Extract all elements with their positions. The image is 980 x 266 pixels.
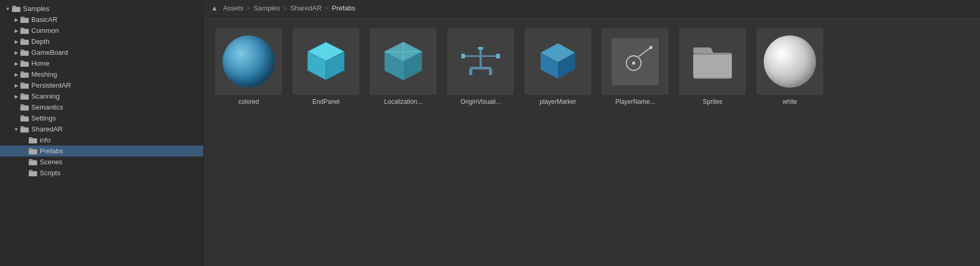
breadcrumb-samples[interactable]: Samples [253,4,280,12]
folder-icon [20,104,29,111]
svg-rect-11 [20,62,29,67]
asset-sprites-thumb [679,28,746,95]
asset-playername[interactable]: PlayerName... [599,25,672,108]
sidebar-item-common[interactable]: ▶ Common [0,25,203,36]
svg-rect-42 [464,55,480,57]
breadcrumb-arrow-up[interactable]: ▲ [211,4,218,12]
folder-icon [11,5,21,13]
breadcrumb-current: Prefabs [332,4,355,12]
svg-rect-9 [20,51,29,56]
sidebar-item-label: PersistentAR [31,81,71,89]
svg-rect-23 [20,128,29,132]
sidebar-item-home[interactable]: ▶ Home [0,58,203,69]
svg-rect-21 [20,117,29,122]
sidebar-item-prefabs[interactable]: Prefabs [0,146,203,156]
asset-white-thumb [756,28,823,95]
sidebar-item-scanning[interactable]: ▶ Scanning [0,91,203,102]
asset-playermarker[interactable]: playerMarker [521,25,594,108]
sidebar: ▼ Samples▶ BasicAR▶ Common▶ Depth▶ GameB… [0,0,204,266]
sidebar-item-basicar[interactable]: ▶ BasicAR [0,14,203,25]
svg-rect-15 [20,84,29,89]
sidebar-item-label: Scanning [31,92,60,100]
asset-endpanel-thumb [293,28,359,95]
sidebar-item-label: Prefabs [40,147,63,155]
sidebar-item-label: Settings [31,114,56,122]
svg-rect-43 [482,55,497,57]
asset-playername-label: PlayerName... [615,98,655,105]
asset-endpanel-label: EndPanel [312,98,340,105]
tree-arrow [21,170,28,177]
sidebar-item-semantics[interactable]: Semantics [0,102,203,113]
folder-icon [20,115,29,122]
folder-icon [28,148,38,155]
folder-icon [20,60,29,67]
svg-rect-45 [461,54,465,58]
svg-rect-17 [20,95,29,100]
cube-blue-icon [534,38,581,85]
sidebar-item-label: Scenes [40,158,62,166]
svg-rect-1 [12,7,20,12]
tree-arrow [21,148,28,155]
asset-origin-thumb [447,28,514,95]
svg-rect-47 [469,69,472,75]
sidebar-item-samples[interactable]: ▼ Samples [0,3,203,14]
asset-white[interactable]: white [753,25,826,108]
asset-localization-thumb [370,28,437,95]
folder-icon [20,38,29,45]
sidebar-item-persistentar[interactable]: ▶ PersistentAR [0,80,203,91]
svg-rect-25 [29,139,37,143]
svg-rect-5 [20,29,29,34]
sidebar-item-info[interactable]: info [0,135,203,146]
folder-icon [28,137,38,144]
sidebar-item-meshing[interactable]: ▶ Meshing [0,69,203,80]
tree-arrow: ▶ [13,93,20,100]
folder-large-icon [689,38,736,85]
sidebar-item-label: Meshing [31,70,57,78]
tree-arrow: ▼ [4,5,11,13]
breadcrumb-assets[interactable]: Assets [223,4,243,12]
sidebar-item-label: Home [31,59,50,67]
svg-rect-13 [20,73,29,78]
sidebar-item-label: Scripts [40,169,61,177]
asset-endpanel[interactable]: EndPanel [289,25,363,108]
sidebar-item-label: info [40,136,51,144]
svg-point-54 [632,62,635,65]
sidebar-item-scenes[interactable]: Scenes [0,156,203,167]
breadcrumb: ▲ Assets > Samples > SharedAR > Prefabs [204,0,980,17]
asset-playername-thumb [602,28,669,95]
tree-arrow [21,159,28,166]
sidebar-item-label: BasicAR [31,16,57,23]
assets-grid: colored EndPanel [204,17,980,266]
sidebar-item-label: SharedAR [31,125,63,133]
sidebar-item-sharedar[interactable]: ▼ SharedAR [0,124,203,135]
folder-icon [20,27,29,34]
tree-arrow: ▶ [13,27,20,34]
sidebar-item-label: Samples [23,5,50,13]
asset-colored-label: colored [238,98,259,105]
sidebar-item-scripts[interactable]: Scripts [0,167,203,178]
asset-localization-label: Localization... [384,98,422,105]
sphere-white-icon [764,35,816,88]
breadcrumb-sharedar[interactable]: SharedAR [290,4,322,12]
asset-origin[interactable]: OriginVisuali... [444,25,517,108]
sidebar-item-gameboard[interactable]: ▶ GameBoard [0,47,203,58]
tree-arrow: ▶ [13,82,20,89]
sphere-blue-icon [223,35,275,88]
sidebar-item-label: Semantics [31,103,63,111]
folder-icon [20,71,29,78]
asset-playermarker-label: playerMarker [540,98,576,105]
svg-rect-29 [29,161,37,165]
tree-arrow: ▶ [13,16,20,23]
asset-localization[interactable]: Localization... [367,25,440,108]
asset-sprites[interactable]: Sprites [676,25,749,108]
tree-arrow [21,137,28,144]
sidebar-item-settings[interactable]: Settings [0,113,203,124]
asset-colored[interactable]: colored [212,25,285,108]
sidebar-item-depth[interactable]: ▶ Depth [0,36,203,47]
svg-rect-44 [478,47,483,50]
tree-arrow [13,115,20,122]
tree-arrow: ▶ [13,38,20,45]
breadcrumb-sep-2: > [283,4,287,12]
asset-origin-label: OriginVisuali... [460,98,500,105]
folder-icon [28,159,38,166]
